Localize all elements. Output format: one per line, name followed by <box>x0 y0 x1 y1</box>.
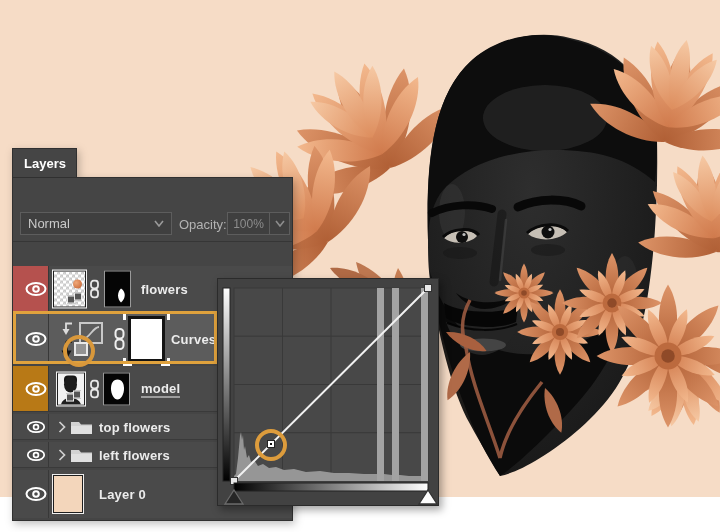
layer-thumbnail[interactable] <box>53 475 83 513</box>
layer-name[interactable]: Layer 0 <box>99 487 146 502</box>
chevron-down-icon <box>154 220 164 227</box>
portrait-head <box>428 35 658 476</box>
divider <box>13 241 292 242</box>
clip-button-annotation-circle <box>63 335 95 367</box>
layers-panel-title: Layers <box>24 156 66 171</box>
layer-thumbnail[interactable] <box>57 372 85 405</box>
highlight-input-slider[interactable] <box>419 490 437 504</box>
photoshop-tutorial-screenshot: Layers Normal Opacity: 100% <box>0 0 720 532</box>
folder-icon <box>70 419 93 435</box>
layers-panel-tab[interactable]: Layers <box>12 148 77 177</box>
opacity-label: Opacity: <box>179 217 227 232</box>
link-icon <box>89 379 100 398</box>
chevron-right-icon[interactable] <box>58 421 66 433</box>
input-gradient-bar <box>234 483 428 491</box>
group-name[interactable]: left flowers <box>99 447 170 462</box>
shadow-input-slider[interactable] <box>225 490 243 504</box>
layer-name[interactable]: model <box>141 380 180 397</box>
link-icon <box>89 279 100 298</box>
layer-thumbnail[interactable] <box>53 270 86 307</box>
layer-name[interactable]: flowers <box>141 281 188 296</box>
curves-properties-dialog <box>217 278 439 506</box>
chevron-down-icon <box>275 220 285 227</box>
histogram-spike <box>421 288 428 481</box>
eye-icon[interactable] <box>25 487 47 502</box>
opacity-select[interactable]: 100% <box>227 212 290 235</box>
thumbnail-flower-preview <box>73 279 82 288</box>
blend-mode-value: Normal <box>28 216 154 231</box>
eye-icon[interactable] <box>25 281 47 296</box>
clipped-badge-icon <box>67 292 83 304</box>
curve-highlight-handle[interactable] <box>425 285 432 292</box>
output-gradient-bar <box>223 288 230 481</box>
layer-mask-thumbnail[interactable] <box>104 270 131 307</box>
folder-icon <box>70 447 93 463</box>
group-name[interactable]: top flowers <box>99 419 171 434</box>
eye-icon[interactable] <box>26 448 46 461</box>
chevron-right-icon[interactable] <box>58 449 66 461</box>
curves-layer-highlight-rectangle <box>13 311 217 364</box>
histogram-spike <box>377 288 384 481</box>
curves-editor[interactable] <box>218 279 438 505</box>
eye-icon[interactable] <box>26 420 46 433</box>
eye-icon[interactable] <box>25 381 47 396</box>
clipped-badge-icon <box>66 390 82 402</box>
opacity-value: 100% <box>228 217 269 231</box>
layer-mask-thumbnail[interactable] <box>103 372 130 405</box>
blend-mode-select[interactable]: Normal <box>20 212 172 235</box>
curve-midpoint-dot <box>270 443 272 445</box>
